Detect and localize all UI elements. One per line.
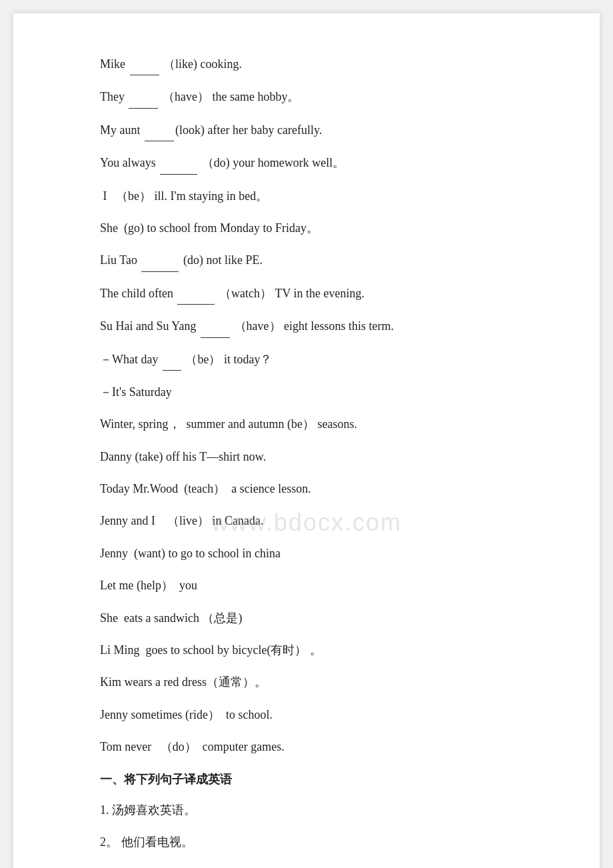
line-8: The child often （watch） TV in the evenin… — [100, 283, 520, 305]
line-19: Li Ming goes to school by bicycle(有时） 。 — [100, 639, 520, 661]
line-12: Winter, spring， summer and autumn (be） s… — [100, 413, 520, 435]
line-16: Jenny (want) to go to school in china — [100, 543, 520, 564]
line-7: Liu Tao (do) not like PE. — [100, 249, 520, 271]
section1-title: 一、将下列句子译成英语 — [100, 769, 520, 790]
line-17: Let me (help） you — [100, 575, 520, 596]
line-21: Jenny sometimes (ride） to school. — [100, 704, 520, 725]
line-22: Tom never （do） computer games. — [100, 736, 520, 757]
blank-4 — [160, 152, 197, 174]
line-15: Jenny and I （live） in Canada. — [100, 510, 520, 531]
blank-3 — [145, 119, 174, 141]
blank-6 — [177, 283, 215, 305]
line-14: Today Mr.Wood (teach） a science lesson. — [100, 478, 520, 499]
line-11: －It's Saturday — [100, 381, 520, 403]
blank-8 — [163, 349, 181, 371]
line-5: I （be） ill. I'm staying in bed。 — [100, 185, 520, 207]
line-20: Kim wears a red dress（通常）。 — [100, 671, 520, 693]
line-10: －What day （be） it today？ — [100, 349, 520, 371]
line-3: My aunt (look) after her baby carefully. — [100, 119, 520, 141]
line-6: She (go) to school from Monday to Friday… — [100, 217, 520, 239]
section1-item-2: 2。 他们看电视。 — [100, 831, 520, 853]
section1-item-3: 3。 杰克是个老师。 — [100, 864, 520, 868]
blank-1 — [130, 53, 159, 75]
line-2: They （have） the same hobby。 — [100, 86, 520, 108]
blank-2 — [129, 86, 158, 108]
blank-5 — [141, 249, 179, 271]
blank-7 — [201, 315, 230, 337]
line-1: Mike （like) cooking. — [100, 53, 520, 75]
line-13: Danny (take) off his T—shirt now. — [100, 446, 520, 467]
section1-item-1: 1. 汤姆喜欢英语。 — [100, 799, 520, 821]
page: www.bdocx.com Mike （like) cooking. They … — [13, 13, 600, 868]
line-18: She eats a sandwich （总是) — [100, 607, 520, 629]
line-4: You always （do) your homework well。 — [100, 152, 520, 174]
line-9: Su Hai and Su Yang （have） eight lessons … — [100, 315, 520, 337]
